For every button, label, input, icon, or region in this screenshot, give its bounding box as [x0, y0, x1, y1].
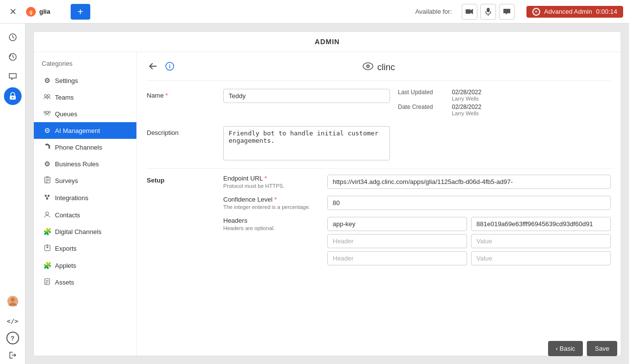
info-button[interactable]: i: [163, 60, 176, 75]
nav-avatar[interactable]: [4, 292, 22, 310]
name-required: *: [165, 92, 168, 99]
integrations-icon: [43, 194, 51, 202]
svg-point-32: [46, 212, 49, 215]
sidebar-item-ai-management[interactable]: ⚙ AI Management: [34, 122, 136, 139]
endpoint-hint: Protocol must be HTTPS.: [223, 183, 321, 189]
nav-clock[interactable]: [4, 28, 22, 46]
svg-text:i: i: [169, 63, 170, 69]
video-button[interactable]: [462, 4, 477, 20]
headers-label: Headers: [223, 217, 321, 224]
svg-line-30: [46, 197, 47, 198]
last-updated-date: 02/28/2022: [452, 89, 481, 96]
nav-chat[interactable]: [4, 68, 22, 85]
save-button[interactable]: Save: [587, 341, 617, 356]
description-row: Description Friendly bot to handle initi…: [147, 126, 611, 160]
sidebar-item-queues[interactable]: Queues: [34, 105, 136, 122]
header-value-2[interactable]: [471, 234, 611, 248]
admin-badge[interactable]: ✕ Advanced Admin 0:00:14: [526, 6, 623, 18]
sidebar-item-digital-channels[interactable]: 🧩 Digital Channels: [34, 223, 136, 240]
sidebar-item-label: AI Management: [55, 127, 100, 134]
last-updated-label: Last Updated: [398, 89, 442, 102]
svg-point-20: [44, 111, 46, 113]
nav-code[interactable]: </>: [4, 312, 22, 330]
sidebar-item-surveys[interactable]: Surveys: [34, 172, 136, 189]
endpoint-input[interactable]: [327, 175, 611, 189]
confidence-label-col: Confidence Level * The integer entered i…: [223, 196, 321, 210]
header-value-1[interactable]: [471, 217, 611, 231]
sidebar-item-teams[interactable]: Teams: [34, 89, 136, 105]
sidebar-item-contacts[interactable]: Contacts: [34, 207, 136, 223]
admin-timer: 0:00:14: [596, 8, 617, 15]
admin-body: Categories ⚙ Settings Teams Queues: [34, 52, 621, 356]
sidebar-item-label: Teams: [55, 94, 74, 101]
endpoint-label: Endpoint URL *: [223, 175, 321, 182]
sidebar-item-applets[interactable]: 🧩 Applets: [34, 257, 136, 274]
header-row-1: [327, 217, 611, 231]
applets-icon: 🧩: [43, 261, 51, 269]
nav-logout[interactable]: [4, 346, 22, 364]
basic-button[interactable]: ‹ Basic: [548, 341, 583, 356]
add-button[interactable]: +: [71, 4, 90, 20]
admin-panel-title: ADMIN: [34, 32, 621, 52]
business-rules-icon: ⚙: [43, 160, 51, 168]
left-nav: </> ?: [0, 24, 26, 364]
svg-point-29: [46, 198, 48, 200]
sidebar-item-label: Queues: [55, 110, 78, 118]
sidebar-item-label: Integrations: [55, 194, 88, 202]
phone-icon: [43, 143, 51, 151]
exports-icon: [43, 244, 51, 253]
content-area: i clinc Name *: [137, 52, 621, 356]
svg-rect-26: [46, 177, 49, 178]
nav-lock[interactable]: [4, 87, 22, 105]
description-input[interactable]: Friendly bot to handle initial customer …: [223, 126, 390, 160]
svg-point-27: [45, 195, 47, 197]
svg-point-44: [367, 66, 368, 67]
teams-icon: [43, 93, 51, 101]
sidebar-item-label: Phone Channels: [55, 144, 102, 151]
sidebar-item-integrations[interactable]: Integrations: [34, 189, 136, 207]
confidence-field-col: [327, 196, 611, 210]
setup-section: Setup Endpoint URL * Protocol: [147, 168, 611, 275]
endpoint-label-col: Endpoint URL * Protocol must be HTTPS.: [223, 175, 321, 189]
sidebar-item-label: Applets: [55, 262, 76, 269]
header-key-2[interactable]: [327, 234, 467, 248]
sidebar-item-label: Settings: [55, 77, 78, 84]
confidence-hint: The integer entered is a percentage.: [223, 204, 321, 210]
sidebar-item-exports[interactable]: Exports: [34, 240, 136, 257]
sidebar-item-phone-channels[interactable]: Phone Channels: [34, 139, 136, 156]
form-meta: Last Updated 02/28/2022 Larry Wells Date…: [398, 89, 535, 118]
sidebar-item-settings[interactable]: ⚙ Settings: [34, 72, 136, 89]
header-key-3[interactable]: [327, 251, 467, 265]
svg-line-12: [13, 57, 14, 58]
date-created-by: Larry Wells: [452, 110, 481, 116]
media-controls: [462, 4, 515, 20]
svg-point-17: [45, 95, 47, 97]
sidebar-item-label: Surveys: [55, 177, 78, 184]
brand-eye-icon: [363, 62, 373, 72]
name-input[interactable]: [223, 89, 390, 103]
name-label: Name *: [147, 89, 215, 99]
confidence-input[interactable]: [327, 196, 611, 210]
header-value-3[interactable]: [471, 251, 611, 265]
topbar: ✕ g glia + Available for: ✕ Advanced Adm…: [0, 0, 629, 24]
nav-help[interactable]: ?: [6, 332, 19, 344]
setup-section-label: Setup: [147, 175, 164, 184]
queues-icon: [43, 110, 51, 118]
date-created-label: Date Created: [398, 104, 442, 116]
sidebar-item-assets[interactable]: Assets: [34, 274, 136, 291]
confidence-row: Confidence Level * The integer entered i…: [223, 196, 611, 210]
sidebar-item-business-rules[interactable]: ⚙ Business Rules: [34, 156, 136, 172]
logo: g glia: [26, 6, 65, 17]
svg-text:glia: glia: [39, 8, 51, 15]
admin-label: Advanced Admin: [544, 8, 592, 15]
back-button[interactable]: [147, 60, 159, 74]
svg-line-9: [13, 37, 14, 38]
chat-button[interactable]: [499, 4, 515, 20]
header-key-1[interactable]: [327, 217, 467, 231]
svg-rect-5: [487, 8, 490, 12]
endpoint-field-col: [327, 175, 611, 189]
mic-button[interactable]: [480, 4, 496, 20]
settings-icon: ⚙: [43, 77, 51, 84]
close-button[interactable]: ✕: [6, 5, 20, 19]
nav-history[interactable]: [4, 48, 22, 66]
